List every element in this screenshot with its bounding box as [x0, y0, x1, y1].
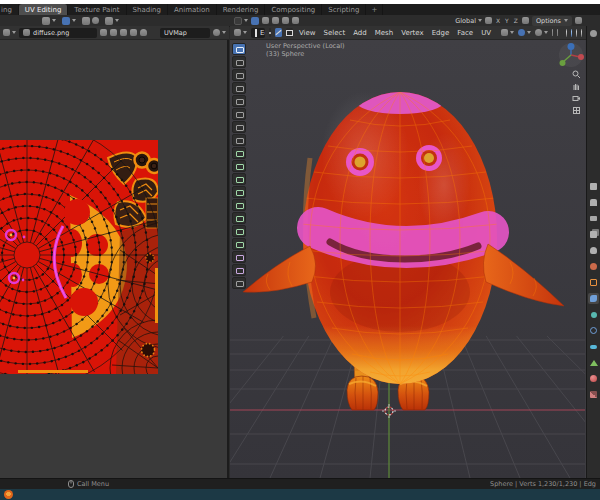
props-tab-physics[interactable] — [588, 325, 599, 336]
props-tab-object[interactable] — [588, 277, 599, 288]
face-select-button[interactable] — [286, 28, 293, 37]
tool-scale[interactable] — [232, 95, 246, 107]
workspace-tab-animation[interactable]: Animation — [168, 4, 217, 15]
workspace-tab-texture-paint[interactable]: Texture Paint — [68, 4, 126, 15]
snapping-dropdown[interactable] — [501, 29, 514, 36]
pin-icon[interactable] — [140, 29, 147, 36]
menu-face[interactable]: Face — [455, 29, 475, 37]
workspace-tab-rendering[interactable]: Rendering — [217, 4, 266, 15]
select-mode-extend-icon[interactable] — [272, 17, 279, 24]
menu-uv[interactable]: UV — [479, 29, 493, 37]
props-tab-constraints[interactable] — [588, 341, 599, 352]
tool-select-box[interactable] — [232, 43, 246, 55]
tool-spin[interactable] — [232, 238, 246, 250]
options-dropdown[interactable]: Options — [532, 16, 572, 26]
shading-wireframe-icon[interactable] — [566, 29, 567, 37]
active-tool-dropdown[interactable] — [234, 17, 248, 25]
camera-view-icon[interactable] — [572, 94, 581, 103]
toggle-xray-icon[interactable] — [562, 29, 563, 36]
uv-tool-dropdown-4[interactable] — [105, 17, 119, 25]
new-image-icon[interactable] — [110, 29, 117, 36]
mirror-icon[interactable] — [485, 17, 492, 24]
tool-poly-build[interactable] — [232, 225, 246, 237]
select-mode-new-icon[interactable] — [262, 17, 269, 24]
tool-loop-cut[interactable] — [232, 199, 246, 211]
ortho-toggle-icon[interactable] — [572, 106, 581, 115]
tool-shrink-fatten[interactable] — [232, 277, 246, 289]
browse-image-icon[interactable] — [100, 29, 107, 36]
tool-inset-faces[interactable] — [232, 173, 246, 185]
props-tab-output[interactable] — [588, 213, 599, 224]
tool-rotate[interactable] — [232, 82, 246, 94]
workspace-tab-compositing[interactable]: Compositing — [265, 4, 322, 15]
uv-tool-dropdown-2[interactable] — [62, 17, 76, 25]
props-search-icon[interactable] — [588, 28, 599, 39]
show-gizmo-icon[interactable] — [552, 29, 553, 36]
props-tab-render[interactable] — [588, 197, 599, 208]
viewport-canvas[interactable]: User Perspective (Local) (33) Sphere — [230, 40, 586, 478]
pivot-dropdown[interactable] — [535, 29, 548, 36]
tool-cursor[interactable] — [232, 56, 246, 68]
select-mode-invert-icon[interactable] — [292, 17, 299, 24]
mode-dropdown[interactable]: Edit Mode — [251, 28, 265, 38]
uv-tool-dropdown-3[interactable] — [82, 17, 99, 25]
blender-app-icon[interactable] — [4, 490, 13, 499]
edge-select-button[interactable] — [275, 28, 282, 37]
props-tab-world[interactable] — [588, 261, 599, 272]
workspace-tab-scripting[interactable]: Scripting — [322, 4, 366, 15]
menu-vertex[interactable]: Vertex — [399, 29, 426, 37]
menu-mesh[interactable]: Mesh — [373, 29, 395, 37]
props-tab-texture[interactable] — [588, 389, 599, 400]
proportional-edit-dropdown[interactable] — [518, 29, 531, 36]
menu-select[interactable]: Select — [322, 29, 348, 37]
tool-add-primitive[interactable] — [232, 147, 246, 159]
uv-tool-dropdown-1[interactable] — [42, 17, 56, 25]
tool-measure[interactable] — [232, 134, 246, 146]
tool-edge-slide[interactable] — [232, 264, 246, 276]
pan-hand-icon[interactable] — [572, 82, 581, 91]
tool-knife[interactable] — [232, 212, 246, 224]
props-tab-tool[interactable] — [588, 181, 599, 192]
show-overlays-icon[interactable] — [557, 29, 558, 36]
editor-type-dropdown[interactable] — [3, 29, 16, 36]
tool-extrude-region[interactable] — [232, 160, 246, 172]
menu-add[interactable]: Add — [351, 29, 369, 37]
open-image-icon[interactable] — [120, 29, 127, 36]
props-tab-material[interactable] — [588, 373, 599, 384]
zoom-icon[interactable] — [572, 70, 581, 79]
workspace-tab-shading[interactable]: Shading — [127, 4, 168, 15]
snap-target-icon[interactable] — [522, 17, 529, 24]
uv-editor-canvas[interactable] — [0, 40, 229, 478]
shading-material-icon[interactable] — [576, 29, 577, 37]
editor-type-dropdown[interactable] — [234, 29, 247, 36]
mirror-z-toggle[interactable]: Z — [513, 17, 519, 24]
select-mode-subtract-icon[interactable] — [282, 17, 289, 24]
props-tab-view-layer[interactable] — [588, 229, 599, 240]
workspace-tab-clipped[interactable]: ing — [0, 4, 19, 15]
props-tab-particles[interactable] — [588, 309, 599, 320]
display-channels-dropdown[interactable] — [213, 29, 226, 36]
props-tab-object-data[interactable] — [588, 357, 599, 368]
tool-bevel[interactable] — [232, 186, 246, 198]
image-datablock-field[interactable]: diffuse.png — [19, 28, 97, 38]
workspace-tab-uv-editing[interactable]: UV Editing — [19, 4, 69, 15]
vertex-select-button[interactable] — [269, 28, 271, 37]
tool-transform[interactable] — [232, 108, 246, 120]
tool-smooth[interactable] — [232, 251, 246, 263]
props-tab-modifiers[interactable] — [588, 293, 599, 304]
shading-rendered-icon[interactable] — [581, 29, 582, 37]
uv-map-field[interactable]: UVMap — [160, 28, 210, 38]
add-workspace-button[interactable]: + — [366, 4, 383, 15]
transform-orientation-dropdown[interactable]: Global — [455, 17, 482, 25]
menu-view[interactable]: View — [297, 29, 318, 37]
properties-header-icon[interactable] — [575, 17, 582, 24]
shading-solid-icon[interactable] — [571, 29, 572, 37]
navigation-gizmo[interactable] — [558, 42, 584, 68]
menu-edge[interactable]: Edge — [430, 29, 452, 37]
props-tab-scene[interactable] — [588, 245, 599, 256]
mirror-y-toggle[interactable]: Y — [504, 17, 510, 24]
tool-annotate[interactable] — [232, 121, 246, 133]
mirror-x-toggle[interactable]: X — [495, 17, 501, 24]
select-box-tool-icon[interactable] — [251, 17, 259, 25]
tool-move[interactable] — [232, 69, 246, 81]
